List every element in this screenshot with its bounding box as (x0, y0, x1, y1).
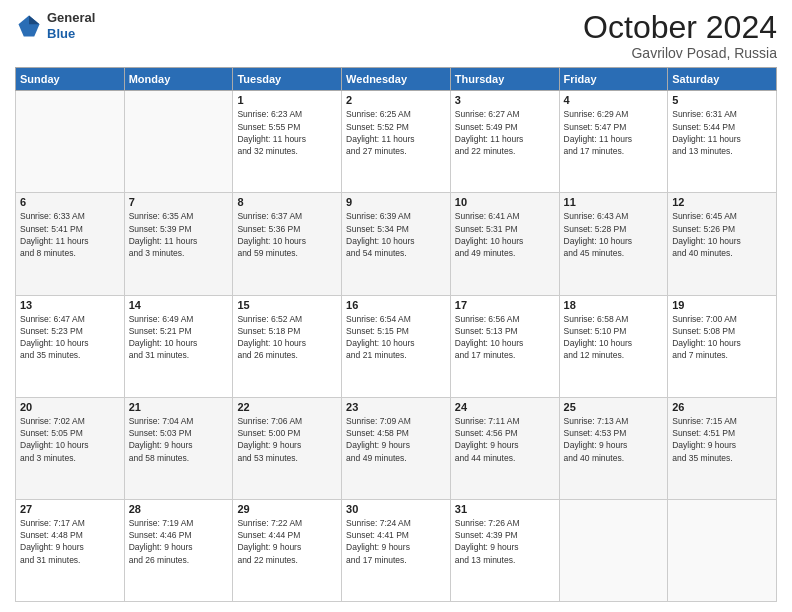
calendar: SundayMondayTuesdayWednesdayThursdayFrid… (15, 67, 777, 602)
calendar-cell (668, 499, 777, 601)
day-detail: Sunrise: 7:04 AM Sunset: 5:03 PM Dayligh… (129, 415, 229, 464)
calendar-cell: 1Sunrise: 6:23 AM Sunset: 5:55 PM Daylig… (233, 91, 342, 193)
day-detail: Sunrise: 6:43 AM Sunset: 5:28 PM Dayligh… (564, 210, 664, 259)
day-number: 25 (564, 401, 664, 413)
calendar-cell: 25Sunrise: 7:13 AM Sunset: 4:53 PM Dayli… (559, 397, 668, 499)
day-number: 17 (455, 299, 555, 311)
day-number: 10 (455, 196, 555, 208)
day-number: 4 (564, 94, 664, 106)
day-number: 22 (237, 401, 337, 413)
day-number: 5 (672, 94, 772, 106)
calendar-cell: 12Sunrise: 6:45 AM Sunset: 5:26 PM Dayli… (668, 193, 777, 295)
day-number: 16 (346, 299, 446, 311)
day-detail: Sunrise: 6:58 AM Sunset: 5:10 PM Dayligh… (564, 313, 664, 362)
calendar-cell: 20Sunrise: 7:02 AM Sunset: 5:05 PM Dayli… (16, 397, 125, 499)
week-row-4: 27Sunrise: 7:17 AM Sunset: 4:48 PM Dayli… (16, 499, 777, 601)
day-number: 15 (237, 299, 337, 311)
day-number: 3 (455, 94, 555, 106)
week-row-2: 13Sunrise: 6:47 AM Sunset: 5:23 PM Dayli… (16, 295, 777, 397)
calendar-cell: 11Sunrise: 6:43 AM Sunset: 5:28 PM Dayli… (559, 193, 668, 295)
location: Gavrilov Posad, Russia (583, 45, 777, 61)
week-row-1: 6Sunrise: 6:33 AM Sunset: 5:41 PM Daylig… (16, 193, 777, 295)
day-detail: Sunrise: 6:37 AM Sunset: 5:36 PM Dayligh… (237, 210, 337, 259)
calendar-cell: 8Sunrise: 6:37 AM Sunset: 5:36 PM Daylig… (233, 193, 342, 295)
calendar-cell: 2Sunrise: 6:25 AM Sunset: 5:52 PM Daylig… (342, 91, 451, 193)
day-detail: Sunrise: 6:41 AM Sunset: 5:31 PM Dayligh… (455, 210, 555, 259)
day-number: 18 (564, 299, 664, 311)
logo-general: General (47, 10, 95, 25)
calendar-cell: 19Sunrise: 7:00 AM Sunset: 5:08 PM Dayli… (668, 295, 777, 397)
day-number: 19 (672, 299, 772, 311)
day-number: 28 (129, 503, 229, 515)
day-number: 30 (346, 503, 446, 515)
day-detail: Sunrise: 7:24 AM Sunset: 4:41 PM Dayligh… (346, 517, 446, 566)
day-detail: Sunrise: 6:52 AM Sunset: 5:18 PM Dayligh… (237, 313, 337, 362)
day-detail: Sunrise: 6:54 AM Sunset: 5:15 PM Dayligh… (346, 313, 446, 362)
col-header-tuesday: Tuesday (233, 68, 342, 91)
day-number: 27 (20, 503, 120, 515)
calendar-cell: 31Sunrise: 7:26 AM Sunset: 4:39 PM Dayli… (450, 499, 559, 601)
calendar-cell: 13Sunrise: 6:47 AM Sunset: 5:23 PM Dayli… (16, 295, 125, 397)
col-header-wednesday: Wednesday (342, 68, 451, 91)
calendar-cell: 15Sunrise: 6:52 AM Sunset: 5:18 PM Dayli… (233, 295, 342, 397)
day-number: 7 (129, 196, 229, 208)
day-detail: Sunrise: 7:11 AM Sunset: 4:56 PM Dayligh… (455, 415, 555, 464)
day-number: 24 (455, 401, 555, 413)
day-detail: Sunrise: 6:23 AM Sunset: 5:55 PM Dayligh… (237, 108, 337, 157)
calendar-cell: 4Sunrise: 6:29 AM Sunset: 5:47 PM Daylig… (559, 91, 668, 193)
day-number: 2 (346, 94, 446, 106)
calendar-cell: 7Sunrise: 6:35 AM Sunset: 5:39 PM Daylig… (124, 193, 233, 295)
day-number: 14 (129, 299, 229, 311)
calendar-cell: 26Sunrise: 7:15 AM Sunset: 4:51 PM Dayli… (668, 397, 777, 499)
calendar-cell: 10Sunrise: 6:41 AM Sunset: 5:31 PM Dayli… (450, 193, 559, 295)
calendar-cell: 14Sunrise: 6:49 AM Sunset: 5:21 PM Dayli… (124, 295, 233, 397)
day-detail: Sunrise: 6:49 AM Sunset: 5:21 PM Dayligh… (129, 313, 229, 362)
day-detail: Sunrise: 6:27 AM Sunset: 5:49 PM Dayligh… (455, 108, 555, 157)
calendar-cell: 16Sunrise: 6:54 AM Sunset: 5:15 PM Dayli… (342, 295, 451, 397)
calendar-cell: 5Sunrise: 6:31 AM Sunset: 5:44 PM Daylig… (668, 91, 777, 193)
day-detail: Sunrise: 7:00 AM Sunset: 5:08 PM Dayligh… (672, 313, 772, 362)
page: General Blue October 2024 Gavrilov Posad… (0, 0, 792, 612)
calendar-cell: 30Sunrise: 7:24 AM Sunset: 4:41 PM Dayli… (342, 499, 451, 601)
calendar-cell (16, 91, 125, 193)
week-row-0: 1Sunrise: 6:23 AM Sunset: 5:55 PM Daylig… (16, 91, 777, 193)
calendar-cell: 29Sunrise: 7:22 AM Sunset: 4:44 PM Dayli… (233, 499, 342, 601)
col-header-monday: Monday (124, 68, 233, 91)
day-detail: Sunrise: 6:56 AM Sunset: 5:13 PM Dayligh… (455, 313, 555, 362)
calendar-cell: 24Sunrise: 7:11 AM Sunset: 4:56 PM Dayli… (450, 397, 559, 499)
calendar-cell: 23Sunrise: 7:09 AM Sunset: 4:58 PM Dayli… (342, 397, 451, 499)
calendar-cell: 18Sunrise: 6:58 AM Sunset: 5:10 PM Dayli… (559, 295, 668, 397)
logo-text: General Blue (47, 10, 95, 41)
day-detail: Sunrise: 7:15 AM Sunset: 4:51 PM Dayligh… (672, 415, 772, 464)
day-detail: Sunrise: 6:47 AM Sunset: 5:23 PM Dayligh… (20, 313, 120, 362)
calendar-cell: 6Sunrise: 6:33 AM Sunset: 5:41 PM Daylig… (16, 193, 125, 295)
day-detail: Sunrise: 7:13 AM Sunset: 4:53 PM Dayligh… (564, 415, 664, 464)
logo-blue: Blue (47, 26, 75, 41)
header: General Blue October 2024 Gavrilov Posad… (15, 10, 777, 61)
day-number: 6 (20, 196, 120, 208)
day-detail: Sunrise: 7:17 AM Sunset: 4:48 PM Dayligh… (20, 517, 120, 566)
day-detail: Sunrise: 6:33 AM Sunset: 5:41 PM Dayligh… (20, 210, 120, 259)
day-number: 12 (672, 196, 772, 208)
day-number: 21 (129, 401, 229, 413)
day-number: 1 (237, 94, 337, 106)
day-number: 20 (20, 401, 120, 413)
day-detail: Sunrise: 6:31 AM Sunset: 5:44 PM Dayligh… (672, 108, 772, 157)
day-detail: Sunrise: 6:29 AM Sunset: 5:47 PM Dayligh… (564, 108, 664, 157)
calendar-cell: 3Sunrise: 6:27 AM Sunset: 5:49 PM Daylig… (450, 91, 559, 193)
col-header-thursday: Thursday (450, 68, 559, 91)
col-header-sunday: Sunday (16, 68, 125, 91)
day-detail: Sunrise: 7:06 AM Sunset: 5:00 PM Dayligh… (237, 415, 337, 464)
day-number: 31 (455, 503, 555, 515)
day-detail: Sunrise: 7:19 AM Sunset: 4:46 PM Dayligh… (129, 517, 229, 566)
day-number: 13 (20, 299, 120, 311)
day-detail: Sunrise: 7:02 AM Sunset: 5:05 PM Dayligh… (20, 415, 120, 464)
day-number: 26 (672, 401, 772, 413)
logo: General Blue (15, 10, 95, 41)
svg-marker-1 (29, 15, 40, 24)
calendar-cell: 21Sunrise: 7:04 AM Sunset: 5:03 PM Dayli… (124, 397, 233, 499)
title-block: October 2024 Gavrilov Posad, Russia (583, 10, 777, 61)
calendar-cell (559, 499, 668, 601)
col-header-friday: Friday (559, 68, 668, 91)
col-header-saturday: Saturday (668, 68, 777, 91)
